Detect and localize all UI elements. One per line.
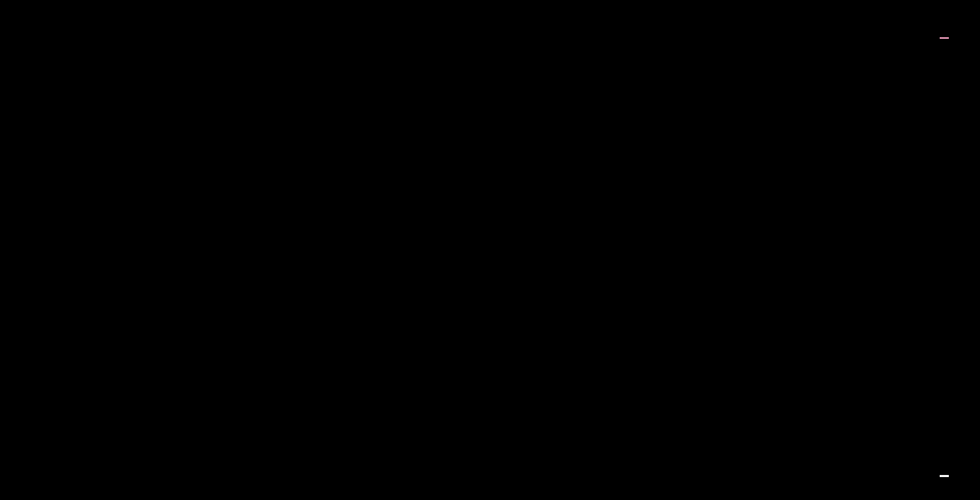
colorbar-bottom-tick (940, 475, 949, 477)
colorbar-top-tick (940, 37, 949, 39)
spectrogram-viewer (0, 0, 980, 500)
colorbar (940, 37, 949, 477)
spectrogram-canvas[interactable] (23, 34, 920, 474)
